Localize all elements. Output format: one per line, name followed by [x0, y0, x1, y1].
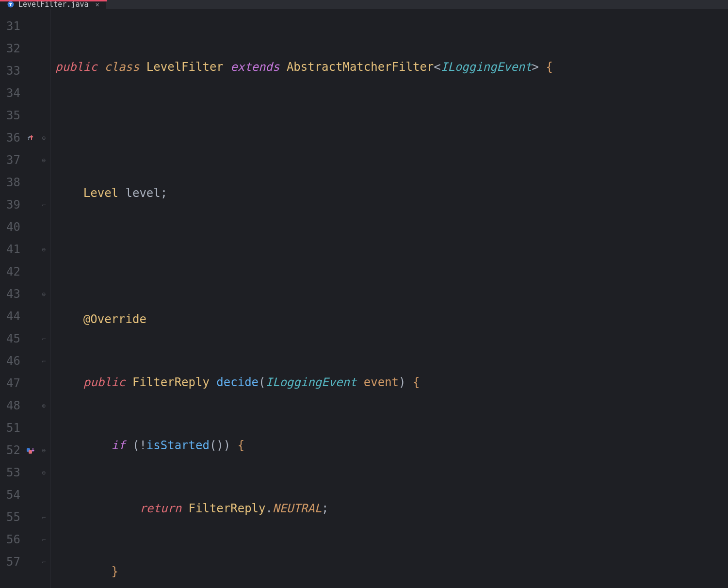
line-number: 32	[0, 37, 23, 60]
fold-end[interactable]: ⌐	[38, 551, 50, 573]
code-content[interactable]: public class LevelFilter extends Abstrac…	[50, 9, 728, 588]
tab-levelfilter[interactable]: LevelFilter.java ✕	[0, 0, 106, 9]
gutter-line-numbers: 31 32 33 34 35 36 37 38 39 40 41 42 43 4…	[0, 9, 23, 588]
code-line	[55, 245, 728, 267]
fold-end[interactable]: ⌐	[38, 506, 50, 528]
svg-text:f: f	[27, 135, 31, 142]
override-up-icon[interactable]: f	[23, 127, 38, 149]
line-number: 31	[0, 15, 23, 37]
code-area: 31 32 33 34 35 36 37 38 39 40 41 42 43 4…	[0, 9, 728, 588]
fold-toggle[interactable]: ⊖	[38, 127, 50, 149]
gutter-icons: f	[23, 9, 38, 588]
line-number: 53	[0, 461, 23, 484]
line-number: 44	[0, 305, 23, 327]
code-line: if (!isStarted()) {	[55, 434, 728, 457]
line-number: 55	[0, 506, 23, 528]
fold-toggle[interactable]: ⊖	[38, 283, 50, 305]
svg-rect-3	[29, 450, 32, 454]
line-number: 39	[0, 194, 23, 216]
tab-filename: LevelFilter.java	[18, 0, 89, 9]
line-number: 52	[0, 439, 23, 461]
code-line: Level level;	[55, 182, 728, 204]
line-number: 35	[0, 104, 23, 127]
line-number: 57	[0, 551, 23, 573]
code-line: public FilterReply decide(ILoggingEvent …	[55, 371, 728, 393]
line-number: 38	[0, 171, 23, 194]
fold-toggle[interactable]: ⊖	[38, 439, 50, 461]
line-number: 43	[0, 283, 23, 305]
line-number: 56	[0, 528, 23, 551]
line-number: 54	[0, 484, 23, 506]
code-line: @Override	[55, 308, 728, 330]
line-number: 40	[0, 216, 23, 238]
fold-end[interactable]: ⌐	[38, 327, 50, 350]
code-line: public class LevelFilter extends Abstrac…	[55, 56, 728, 78]
line-number: 33	[0, 60, 23, 82]
fold-toggle[interactable]: ⊕	[38, 394, 50, 417]
fold-toggle[interactable]: ⊖	[38, 238, 50, 261]
line-number: 47	[0, 372, 23, 394]
code-line: return FilterReply.NEUTRAL;	[55, 497, 728, 520]
line-number: 36	[0, 127, 23, 149]
code-line: }	[55, 560, 728, 583]
code-line	[55, 119, 728, 141]
gutter-fold: ⊖ ⊖ ⌐ ⊖ ⊖ ⌐ ⌐ ⊕ ⊖ ⊖ ⌐ ⌐ ⌐	[38, 9, 50, 588]
java-file-icon	[7, 0, 15, 8]
line-number: 45	[0, 327, 23, 350]
line-number: 34	[0, 82, 23, 104]
tab-bar: LevelFilter.java ✕	[0, 0, 728, 9]
line-number: 51	[0, 417, 23, 439]
line-number: 41	[0, 238, 23, 261]
override-down-icon[interactable]	[23, 439, 38, 461]
fold-end[interactable]: ⌐	[38, 528, 50, 551]
close-icon[interactable]: ✕	[96, 0, 99, 8]
fold-toggle[interactable]: ⊖	[38, 461, 50, 484]
line-number: 46	[0, 350, 23, 372]
editor-root: LevelFilter.java ✕ 31 32 33 34 35 36 37 …	[0, 0, 728, 588]
line-number: 48	[0, 394, 23, 417]
line-number: 37	[0, 149, 23, 171]
fold-end[interactable]: ⌐	[38, 194, 50, 216]
line-number: 42	[0, 261, 23, 283]
fold-toggle[interactable]: ⊖	[38, 149, 50, 171]
fold-end[interactable]: ⌐	[38, 350, 50, 372]
